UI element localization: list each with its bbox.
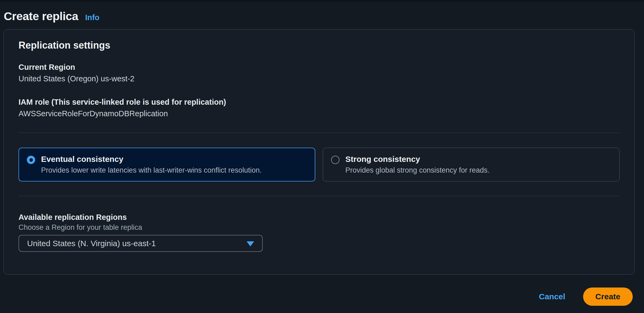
region-select-dropdown[interactable]: United States (N. Virginia) us-east-1 — [19, 235, 263, 252]
region-select-field: Available replication Regions Choose a R… — [19, 213, 620, 252]
page-title: Create replica — [4, 10, 78, 23]
consistency-option-title: Strong consistency — [345, 155, 489, 164]
consistency-option-title: Eventual consistency — [41, 155, 262, 164]
divider — [19, 133, 620, 133]
region-select-value: United States (N. Virginia) us-east-1 — [27, 239, 156, 248]
consistency-option-description: Provides lower write latencies with last… — [41, 166, 262, 174]
create-button[interactable]: Create — [583, 287, 633, 306]
consistency-option-description: Provides global strong consistency for r… — [345, 166, 489, 174]
consistency-options-group: Eventual consistency Provides lower writ… — [19, 148, 620, 181]
replication-settings-panel: Replication settings Current Region Unit… — [3, 29, 635, 275]
iam-role-field: IAM role (This service-linked role is us… — [19, 98, 620, 118]
page-header: Create replica Info — [0, 3, 644, 29]
region-select-description: Choose a Region for your table replica — [19, 223, 620, 232]
footer-actions: Cancel Create — [0, 287, 644, 306]
iam-role-value: AWSServiceRoleForDynamoDBReplication — [19, 109, 620, 118]
current-region-label: Current Region — [19, 63, 620, 72]
region-select-label: Available replication Regions — [19, 213, 620, 222]
cancel-button[interactable]: Cancel — [539, 292, 565, 301]
radio-dot — [29, 158, 33, 162]
info-link[interactable]: Info — [85, 13, 99, 22]
consistency-option-text: Eventual consistency Provides lower writ… — [41, 155, 262, 174]
chevron-down-icon — [247, 241, 254, 246]
top-edge-divider — [0, 0, 644, 3]
divider — [19, 196, 620, 196]
consistency-option-strong[interactable]: Strong consistency Provides global stron… — [323, 148, 620, 181]
radio-selected-icon[interactable] — [27, 156, 35, 164]
radio-unselected-icon[interactable] — [331, 156, 339, 164]
current-region-field: Current Region United States (Oregon) us… — [19, 63, 620, 83]
current-region-value: United States (Oregon) us-west-2 — [19, 74, 620, 83]
consistency-option-eventual[interactable]: Eventual consistency Provides lower writ… — [19, 148, 315, 181]
iam-role-label: IAM role (This service-linked role is us… — [19, 98, 620, 107]
panel-heading: Replication settings — [19, 40, 620, 51]
consistency-option-text: Strong consistency Provides global stron… — [345, 155, 489, 174]
